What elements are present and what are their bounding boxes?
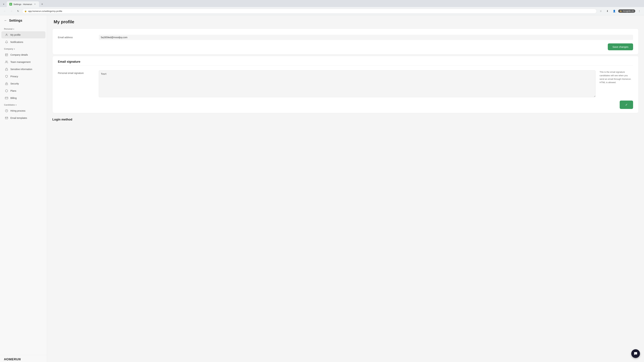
homerun-logo: HOMERUN (0, 355, 47, 362)
menu-button[interactable]: ⋮ (636, 8, 642, 14)
building-icon (5, 53, 8, 57)
svg-point-5 (6, 84, 7, 84)
team-management-label: Team management (10, 61, 30, 63)
sidebar-item-plans[interactable]: Plans (1, 87, 46, 94)
svg-point-0 (6, 34, 7, 35)
sidebar-item-team-management[interactable]: Team management (1, 58, 46, 65)
sidebar-header: ← Settings (0, 15, 47, 26)
checkmark-icon: ✓ (625, 103, 628, 107)
main-content: My profile Email address 5a2859ed@moodjo… (47, 15, 644, 362)
page-title: My profile (47, 15, 644, 27)
svg-rect-3 (5, 69, 8, 70)
tab-close-button[interactable]: × (33, 3, 36, 6)
email-form-row: Email address 5a2859ed@moodjoy.com (58, 33, 633, 42)
sensitive-information-label: Sensitive information (10, 68, 32, 70)
address-bar[interactable]: 🔒 app.homerun.co/settings/my-profile (22, 9, 597, 13)
incognito-label: Incognito (2) (623, 10, 634, 12)
creditcard-icon (5, 96, 8, 100)
back-button[interactable]: ← (2, 8, 8, 14)
profile-button[interactable]: 👤 (612, 8, 617, 14)
tab-favicon: H (10, 3, 12, 5)
company-section-label: Company ▾ (0, 46, 47, 51)
svg-point-2 (6, 61, 7, 62)
back-to-app-button[interactable]: ← (4, 19, 7, 22)
candidates-section-label: Candidates ▾ (0, 102, 47, 107)
browser-chrome: ▾ H Settings · Homerun × + ← → ↻ 🔒 app.h… (0, 0, 644, 15)
sidebar-item-billing[interactable]: Billing (1, 94, 46, 102)
tab-title: Settings · Homerun (14, 3, 32, 5)
bookmark-button[interactable]: ☆ (598, 8, 604, 14)
tab-dropdown-arrow[interactable]: ▾ (1, 2, 6, 6)
sidebar-item-sensitive-information[interactable]: Sensitive information (1, 66, 46, 73)
personal-sig-input[interactable] (99, 70, 596, 97)
sidebar-item-privacy[interactable]: Privacy (1, 73, 46, 80)
lock-icon: 🔒 (24, 10, 27, 12)
email-address-card: Email address 5a2859ed@moodjoy.com Save … (52, 28, 639, 54)
sidebar-item-security[interactable]: Security (1, 80, 46, 87)
email-templates-label: Email templates (10, 117, 27, 119)
email-sig-confirm-row: ✓ (58, 99, 633, 109)
box-icon (5, 89, 8, 93)
email-address-value: 5a2859ed@moodjoy.com (99, 35, 633, 40)
sidebar-item-notifications[interactable]: Notifications (1, 38, 46, 45)
active-tab[interactable]: H Settings · Homerun × (7, 1, 39, 7)
personal-chevron: ▾ (13, 28, 14, 30)
plans-label: Plans (10, 89, 16, 92)
email-address-label: Email address (58, 35, 95, 39)
sidebar: ← Settings Personal ▾ My profile Notific… (0, 15, 47, 362)
privacy-label: Privacy (10, 75, 18, 78)
company-chevron: ▾ (14, 48, 15, 50)
tab-bar: ▾ H Settings · Homerun × + (0, 0, 644, 7)
incognito-icon: 🕵 (620, 10, 622, 12)
chat-button[interactable] (631, 349, 640, 358)
bell-icon (5, 40, 8, 44)
confirm-button[interactable]: ✓ (620, 100, 633, 109)
people-icon (5, 60, 8, 64)
chat-icon (634, 352, 638, 356)
svg-rect-1 (5, 54, 8, 56)
lock-icon (5, 67, 8, 71)
save-changes-button[interactable]: Save changes (608, 43, 633, 50)
my-profile-label: My profile (10, 33, 21, 36)
shield-icon (5, 75, 8, 78)
nav-actions: ☆ ⬇ 👤 🕵 Incognito (2) ⋮ (598, 8, 642, 14)
sidebar-item-company-details[interactable]: Company details (1, 51, 46, 58)
sidebar-scroll: Personal ▾ My profile Notifications Comp… (0, 26, 47, 355)
incognito-badge[interactable]: 🕵 Incognito (2) (618, 9, 635, 13)
download-button[interactable]: ⬇ (605, 8, 610, 14)
sidebar-title: Settings (9, 18, 22, 22)
sidebar-item-my-profile[interactable]: My profile (1, 31, 46, 38)
email-sig-helper-text: This is the email signature candidates w… (600, 70, 633, 84)
sidebar-item-hiring-process[interactable]: Hiring process (1, 107, 46, 114)
security-icon (5, 82, 8, 85)
email-icon (5, 116, 8, 120)
email-signature-row: Personal email signature This is the ema… (58, 68, 633, 99)
email-signature-card: Email signature Personal email signature… (52, 56, 639, 113)
billing-label: Billing (10, 97, 16, 99)
reload-button[interactable]: ↻ (16, 8, 21, 14)
forward-button[interactable]: → (9, 8, 14, 14)
save-changes-row: Save changes (58, 42, 633, 50)
personal-sig-label: Personal email signature (58, 70, 95, 74)
personal-section-label: Personal ▾ (0, 26, 47, 31)
person-icon (5, 33, 8, 37)
security-label: Security (10, 82, 19, 85)
new-tab-button[interactable]: + (40, 2, 44, 6)
app-container: ← Settings Personal ▾ My profile Notific… (0, 15, 644, 362)
candidates-chevron: ▾ (16, 104, 16, 106)
url-text: app.homerun.co/settings/my-profile (28, 10, 594, 12)
hiring-process-label: Hiring process (10, 109, 25, 112)
navigation-bar: ← → ↻ 🔒 app.homerun.co/settings/my-profi… (0, 7, 644, 15)
email-signature-title: Email signature (58, 60, 633, 66)
process-icon (5, 109, 8, 113)
company-details-label: Company details (10, 53, 28, 56)
notifications-label: Notifications (10, 41, 23, 43)
svg-rect-6 (5, 97, 8, 99)
login-method-label: Login method (47, 114, 644, 121)
sidebar-item-email-templates[interactable]: Email templates (1, 114, 46, 121)
